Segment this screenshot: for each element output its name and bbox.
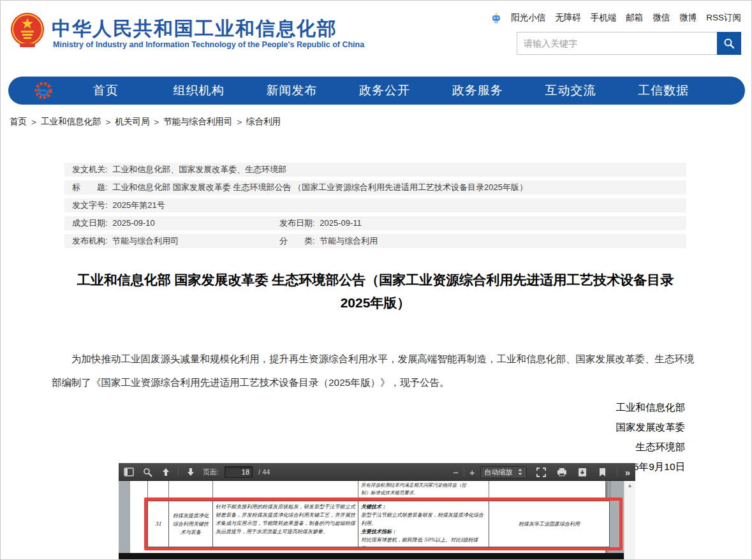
- table-row-31: 31 粉煤灰提质净化综合利用关键技术与装备 针对不能直接利用的粉煤灰原状粗灰，研…: [147, 501, 610, 547]
- zoom-out-button[interactable]: −: [453, 468, 459, 477]
- search-button[interactable]: [717, 32, 741, 55]
- pdf-toolbar: 页面: / 44 − + 自动缩放: [119, 463, 635, 481]
- nav-item-interaction[interactable]: 互动交流: [524, 82, 617, 99]
- key-tech-heading: 关键技术：: [361, 503, 486, 511]
- print-icon: [557, 468, 567, 476]
- breadcrumb-separator: >: [154, 117, 159, 127]
- search-icon: [723, 38, 735, 49]
- meta-value: 节能与综合利用: [320, 236, 378, 246]
- signature-miit: 工业和信息化部: [616, 397, 686, 417]
- meta-label: 标 题:: [72, 182, 108, 192]
- zoom-level-select[interactable]: 自动缩放: [480, 466, 527, 478]
- sidebar-toggle-button[interactable]: [122, 465, 135, 479]
- cell-key-technology: 关键技术： 新型干法节能立式研磨装备研发，粉煤灰提质净化综合利用。 主要技术指标…: [358, 501, 489, 547]
- zoom-level-value: 自动缩放: [485, 468, 513, 477]
- download-icon: [578, 468, 587, 477]
- cell-application: 粉煤灰等工业固废综合利用: [489, 501, 609, 547]
- utility-link-mobile[interactable]: 手机端: [591, 12, 617, 24]
- utility-links: 阳光小信 无障碍 手机端 邮箱 微信 微博 RSS订阅: [491, 12, 741, 24]
- nav-item-home[interactable]: 首页: [59, 82, 152, 99]
- meta-label: 发布机构:: [72, 236, 108, 246]
- select-arrows-icon: [518, 469, 522, 475]
- nav-item-gov-services[interactable]: 政务服务: [431, 82, 524, 99]
- search-input[interactable]: [517, 32, 717, 55]
- meta-label: 发文机关:: [72, 165, 108, 174]
- meta-row-dates: 成文日期: 2025-09-10 发布日期: 2025-09-11: [64, 216, 686, 230]
- breadcrumb: 首页 > 工业和信息化部 > 机关司局 > 节能与综合利用司 > 综合利用: [10, 116, 281, 128]
- page-title: 工业和信息化部 国家发展改革委 生态环境部公告（国家工业资源综合利用先进适用工艺…: [64, 269, 686, 314]
- meta-value: 工业和信息化部 国家发展改革委 生态环境部公告 （国家工业资源综合利用先进适用工…: [112, 182, 527, 192]
- pdf-content-area: 所有排放检测结果均满足相关国家污染物排放（控 制）标准或技术规范要求。 31 粉…: [119, 481, 635, 560]
- find-icon: [143, 468, 152, 477]
- site-title: 中华人民共和国工业和信息化部: [52, 16, 337, 42]
- document-meta-table: 发文机关: 工业和信息化部、国家发展改革委、生态环境部 标 题: 工业和信息化部…: [64, 163, 686, 252]
- arrow-up-icon: [161, 468, 170, 476]
- nav-item-data[interactable]: 工信数据: [617, 82, 710, 99]
- meta-row-publisher: 发布机构: 节能与综合利用司 分 类: 节能与综合利用: [64, 234, 686, 248]
- scroll-up-arrow-icon[interactable]: ▲: [624, 481, 635, 490]
- meta-row-issuing-agency: 发文机关: 工业和信息化部、国家发展改革委、生态环境部: [64, 163, 686, 177]
- cell-description: 针对不能直接利用的粉煤灰原状粗灰，研发新型干法节能立式研磨装备，开发粉煤灰提质净…: [213, 501, 358, 547]
- breadcrumb-current[interactable]: 综合利用: [246, 116, 281, 128]
- download-button[interactable]: [576, 465, 589, 479]
- pdf-viewer: 页面: / 44 − + 自动缩放: [119, 463, 635, 560]
- breadcrumb-miit[interactable]: 工业和信息化部: [41, 116, 101, 128]
- scanned-table: 所有排放检测结果均满足相关国家污染物排放（控 制）标准或技术规范要求。 31 粉…: [119, 481, 624, 560]
- meta-value: 工业和信息化部、国家发展改革委、生态环境部: [112, 165, 286, 174]
- breadcrumb-home[interactable]: 首页: [10, 116, 27, 128]
- nav-item-news[interactable]: 新闻发布: [245, 82, 338, 99]
- breadcrumb-separator: >: [237, 117, 242, 127]
- page-number-input[interactable]: [225, 466, 253, 478]
- miit-gear-logo-icon: [34, 81, 53, 100]
- arrow-down-icon: [186, 468, 195, 476]
- signature-ndrc: 国家发展改革委: [616, 417, 686, 437]
- breadcrumb-departments[interactable]: 机关司局: [115, 116, 149, 128]
- page-gap: [119, 553, 624, 560]
- meta-label: 发布日期:: [279, 218, 315, 228]
- meta-row-doc-number: 发文字号: 2025年第21号: [64, 198, 686, 212]
- document-body-paragraph: 为加快推动工业固废源头减量和规模化利用，提升再生资源综合利用水平，发展高端智能再…: [52, 347, 702, 394]
- nav-item-organization[interactable]: 组织机构: [152, 82, 246, 99]
- indicator-text: 对比现有球磨机，能耗降低 50%以上。对比I级粉煤灰，: [361, 536, 486, 547]
- meta-label: 发文字号:: [72, 200, 108, 210]
- breadcrumb-energy-dept[interactable]: 节能与综合利用司: [163, 116, 232, 128]
- miit-website-page: 中华人民共和国工业和信息化部 Ministry of Industry and …: [0, 0, 752, 560]
- site-subtitle: Ministry of Industry and Information Tec…: [53, 40, 364, 49]
- nav-item-gov-affairs[interactable]: 政务公开: [338, 82, 431, 99]
- meta-value: 节能与综合利用司: [112, 236, 179, 246]
- fullscreen-icon: [536, 468, 546, 477]
- utility-link-accessibility[interactable]: 无障碍: [555, 12, 581, 24]
- signature-mee: 生态环境部: [616, 437, 686, 457]
- cell-technology-name: 粉煤灰提质净化综合利用关键技术与装备: [169, 501, 213, 547]
- previous-page-button[interactable]: [159, 465, 172, 479]
- meta-value: 2025年第21号: [112, 200, 165, 210]
- next-page-button[interactable]: [184, 465, 197, 479]
- utility-link-mail[interactable]: 邮箱: [626, 12, 643, 24]
- meta-value: 2025-09-11: [320, 218, 362, 228]
- table-partial-row-text: 所有排放检测结果均满足相关国家污染物排放（控 制）标准或技术规范要求。: [361, 482, 486, 497]
- national-emblem-logo: [7, 10, 48, 51]
- print-button[interactable]: [556, 465, 568, 479]
- page-total-label: / 44: [258, 468, 270, 476]
- utility-link-weibo[interactable]: 微博: [679, 12, 697, 24]
- bookmark-icon: [599, 468, 606, 477]
- search-bar: [517, 32, 741, 55]
- meta-row-title: 标 题: 工业和信息化部 国家发展改革委 生态环境部公告 （国家工业资源综合利用…: [64, 181, 686, 195]
- utility-link-sunshine[interactable]: 阳光小信: [511, 12, 545, 24]
- utility-link-wechat[interactable]: 微信: [652, 12, 670, 24]
- indicator-heading: 主要技术指标：: [361, 527, 486, 536]
- more-tools-button[interactable]: »: [625, 467, 630, 478]
- pdf-scrollbar[interactable]: ▲: [624, 481, 635, 560]
- bookmark-button[interactable]: [596, 465, 609, 479]
- meta-label: 成文日期:: [72, 218, 108, 228]
- nav-items: 首页 组织机构 新闻发布 政务公开 政务服务 互动交流 工信数据: [59, 82, 710, 99]
- meta-label: 分 类:: [279, 236, 315, 246]
- utility-link-rss[interactable]: RSS订阅: [706, 12, 741, 24]
- breadcrumb-separator: >: [105, 117, 110, 127]
- zoom-in-button[interactable]: +: [469, 468, 475, 477]
- cell-row-index: 31: [148, 501, 169, 547]
- meta-value: 2025-09-10: [112, 218, 155, 228]
- presentation-mode-button[interactable]: [535, 465, 548, 479]
- find-button[interactable]: [141, 465, 154, 479]
- main-nav: 首页 组织机构 新闻发布 政务公开 政务服务 互动交流 工信数据: [8, 77, 745, 105]
